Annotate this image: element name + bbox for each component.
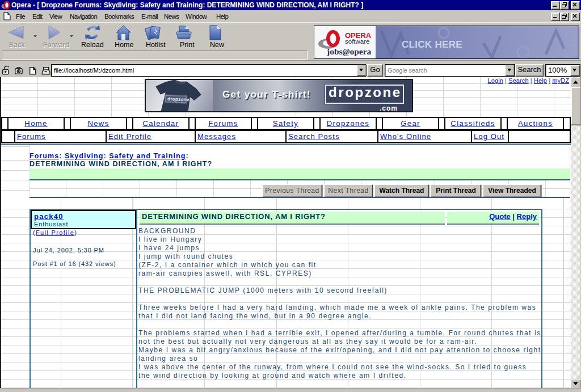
svg-text:jobs@opera: jobs@opera [326,47,372,56]
svg-text:software: software [345,38,369,45]
svg-text:dropzone: dropzone [167,96,190,102]
svg-text:CLICK HERE: CLICK HERE [402,39,462,50]
